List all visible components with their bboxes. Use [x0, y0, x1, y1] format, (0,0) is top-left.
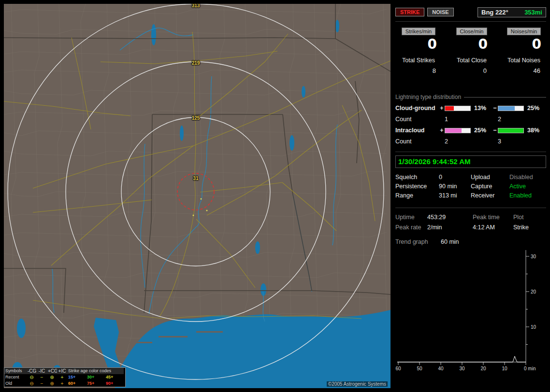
- total-close-value: 0: [451, 67, 492, 74]
- total-close-label: Total Close: [451, 57, 492, 64]
- legend-recent-label: Recent: [4, 374, 27, 380]
- divider: [395, 208, 546, 208]
- mode-toolbar: STRIKE NOISE Bng 222° 353mi: [395, 7, 546, 17]
- age-90: 90+: [105, 380, 124, 387]
- intracloud-label: Intracloud: [395, 127, 439, 134]
- cg-negative-fill: [498, 106, 515, 111]
- peak-rate-label: Peak rate: [395, 224, 427, 231]
- ic-negative-fill: [498, 128, 523, 133]
- range-label-313: 313: [187, 4, 204, 8]
- x-tick-10: 10: [502, 366, 507, 371]
- legend-col-neg-cg: -CG: [27, 368, 37, 374]
- cloud-ground-label: Cloud-ground: [395, 105, 439, 112]
- cg-negative-count: 2: [498, 116, 525, 123]
- datetime-display: 1/30/2026 9:44:52 AM: [395, 155, 546, 168]
- close-per-min-value: 0: [451, 36, 492, 52]
- ic-count-label: Count: [395, 138, 439, 145]
- strikes-per-min-button[interactable]: Strikes/min: [402, 28, 435, 35]
- bearing-readout: Bng 222° 353mi: [478, 7, 546, 17]
- cg-positive-fill: [445, 106, 454, 111]
- bearing-distance: 353mi: [524, 9, 542, 16]
- x-tick-20: 20: [480, 366, 486, 371]
- range-setting-value: 313 mi: [439, 192, 471, 199]
- noises-counter: Noises/min 0 Total Noises 46: [502, 28, 546, 74]
- old-pos-cg-symbol: ⊕: [47, 380, 57, 387]
- legend-age-header: Strike age color codes: [67, 368, 124, 374]
- range-label-31: 31: [187, 176, 204, 181]
- strike-mode-button[interactable]: STRIKE: [395, 8, 424, 16]
- lightning-map: 313 219 125 31 ©2005 Astrogenic Systems …: [4, 4, 391, 388]
- lake: [335, 20, 339, 32]
- age-60: 60+: [67, 380, 86, 387]
- strike-trend-line: [397, 356, 526, 362]
- receiver-status-table: Squelch 0 Upload Disabled Persistence 90…: [395, 174, 546, 199]
- status-panel: STRIKE NOISE Bng 222° 353mi Strikes/min …: [395, 4, 546, 388]
- squelch-label: Squelch: [395, 174, 439, 181]
- close-per-min-button[interactable]: Close/min: [456, 28, 488, 35]
- lake: [289, 135, 294, 151]
- noises-per-min-button[interactable]: Noises/min: [507, 28, 541, 35]
- rate-counters: Strikes/min 0 Total Strikes 8 Close/min …: [395, 28, 546, 74]
- cg-positive-count: 1: [445, 116, 472, 123]
- peak-time-label: Peak time: [473, 214, 513, 221]
- old-neg-ic-symbol: −: [37, 380, 47, 387]
- ic-positive-bar: [445, 128, 471, 133]
- cg-positive-bar: [445, 106, 471, 111]
- lake: [17, 319, 26, 338]
- legend-col-pos-cg: +CG: [47, 368, 57, 374]
- legend-col-neg-ic: -IC: [37, 368, 47, 374]
- persistence-value: 90 min: [439, 183, 471, 190]
- receiver-label: Receiver: [471, 192, 509, 199]
- lightning-distribution-table: Cloud-ground + 13% − 25% Count 1 2 Intra…: [395, 105, 546, 145]
- total-noises-label: Total Noises: [502, 57, 546, 64]
- copyright-text: ©2005 Astrogenic Systems: [327, 381, 388, 387]
- peak-time-value: 4:12 AM: [473, 224, 513, 231]
- legend-col-pos-ic: +IC: [57, 368, 67, 374]
- x-tick-0: 0 min: [524, 366, 536, 371]
- app-window: 313 219 125 31 ©2005 Astrogenic Systems …: [0, 0, 550, 392]
- range-setting-label: Range: [395, 192, 439, 199]
- uptime-value: 453:29: [427, 214, 473, 221]
- noises-per-min-value: 0: [502, 36, 546, 52]
- total-strikes-value: 8: [395, 67, 442, 74]
- trend-label: Trend graph: [395, 238, 441, 245]
- plot-label: Plot: [513, 214, 546, 221]
- lake: [180, 126, 184, 141]
- capture-label: Capture: [471, 183, 509, 190]
- old-pos-ic-symbol: +: [57, 380, 67, 387]
- session-stats-table: Uptime 453:29 Peak time Plot Peak rate 2…: [395, 214, 546, 231]
- symbol-legend: Symbols -CG -IC +CG +IC Strike age color…: [4, 367, 126, 387]
- x-tick-30: 30: [459, 366, 465, 371]
- old-neg-cg-symbol: ⊖: [27, 380, 37, 387]
- distribution-title: Lightning type distribution: [395, 94, 461, 100]
- receiver-value: Enabled: [509, 192, 546, 199]
- y-tick-30: 30: [531, 254, 536, 259]
- trend-graph: 30 20 10 60 50 40 30 20 10 0 min: [395, 246, 546, 377]
- y-tick-20: 20: [531, 289, 536, 294]
- recent-pos-cg-symbol: ⊕: [47, 374, 57, 380]
- bearing-value: Bng 222°: [481, 9, 508, 16]
- noise-mode-button[interactable]: NOISE: [427, 8, 453, 16]
- range-label-219: 219: [187, 60, 204, 66]
- strikes-counter: Strikes/min 0 Total Strikes 8: [395, 28, 442, 74]
- age-45: 45+: [105, 374, 124, 380]
- peak-rate-value: 2/min: [427, 224, 473, 231]
- cg-count-label: Count: [395, 116, 439, 123]
- ic-positive-count: 2: [445, 138, 472, 145]
- lake: [302, 86, 305, 98]
- upload-value: Disabled: [509, 174, 546, 181]
- strikes-per-min-value: 0: [395, 36, 442, 52]
- legend-symbols-header: Symbols: [4, 368, 27, 374]
- lake: [255, 241, 260, 254]
- upload-label: Upload: [471, 174, 509, 181]
- cg-negative-pct: 25%: [525, 105, 546, 112]
- cg-negative-bar: [498, 106, 524, 111]
- age-75: 75+: [86, 380, 105, 387]
- capture-value: Active: [509, 183, 546, 190]
- trend-axes: [397, 250, 529, 365]
- x-tick-40: 40: [438, 366, 444, 371]
- age-30: 30+: [86, 374, 105, 380]
- divider: [395, 21, 546, 22]
- recent-neg-cg-symbol: ⊖: [27, 374, 37, 380]
- total-strikes-label: Total Strikes: [395, 57, 442, 64]
